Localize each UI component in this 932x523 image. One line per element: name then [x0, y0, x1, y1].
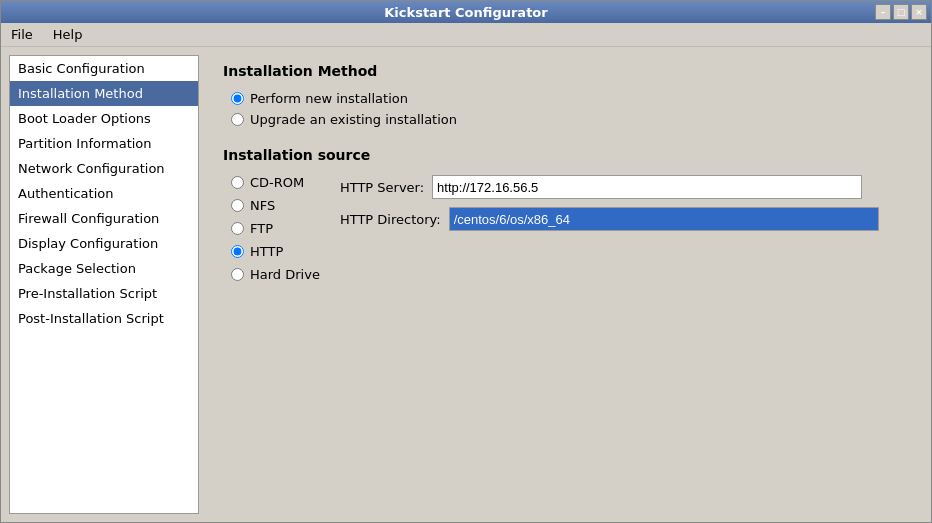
perform-new-label: Perform new installation — [250, 91, 408, 106]
sidebar-item-boot-loader-options[interactable]: Boot Loader Options — [10, 106, 198, 131]
source-radio-column: CD-ROM NFS FTP HTTP — [231, 175, 320, 282]
installation-method-title: Installation Method — [223, 63, 907, 79]
http-option[interactable]: HTTP — [231, 244, 320, 259]
maximize-button[interactable]: □ — [893, 4, 909, 20]
window-controls: – □ × — [875, 4, 927, 20]
content-area: Basic Configuration Installation Method … — [1, 47, 931, 522]
hard-drive-option[interactable]: Hard Drive — [231, 267, 320, 282]
perform-new-radio[interactable] — [231, 92, 244, 105]
upgrade-existing-option[interactable]: Upgrade an existing installation — [231, 112, 907, 127]
sidebar: Basic Configuration Installation Method … — [9, 55, 199, 514]
application-window: Kickstart Configurator – □ × File Help B… — [0, 0, 932, 523]
cdrom-option[interactable]: CD-ROM — [231, 175, 320, 190]
titlebar: Kickstart Configurator – □ × — [1, 1, 931, 23]
http-directory-label: HTTP Directory: — [340, 212, 441, 227]
nfs-option[interactable]: NFS — [231, 198, 320, 213]
http-directory-row: HTTP Directory: — [340, 207, 879, 231]
upgrade-existing-label: Upgrade an existing installation — [250, 112, 457, 127]
close-button[interactable]: × — [911, 4, 927, 20]
cdrom-radio[interactable] — [231, 176, 244, 189]
installation-source-title: Installation source — [223, 147, 907, 163]
sidebar-item-post-installation-script[interactable]: Post-Installation Script — [10, 306, 198, 331]
http-label: HTTP — [250, 244, 283, 259]
ftp-radio[interactable] — [231, 222, 244, 235]
http-server-label: HTTP Server: — [340, 180, 424, 195]
http-server-input[interactable] — [432, 175, 862, 199]
sidebar-item-basic-configuration[interactable]: Basic Configuration — [10, 56, 198, 81]
hard-drive-label: Hard Drive — [250, 267, 320, 282]
source-options: CD-ROM NFS FTP HTTP — [231, 175, 907, 282]
http-directory-input[interactable] — [449, 207, 879, 231]
minimize-button[interactable]: – — [875, 4, 891, 20]
http-radio[interactable] — [231, 245, 244, 258]
menu-help[interactable]: Help — [47, 25, 89, 44]
upgrade-existing-radio[interactable] — [231, 113, 244, 126]
sidebar-item-partition-information[interactable]: Partition Information — [10, 131, 198, 156]
hard-drive-radio[interactable] — [231, 268, 244, 281]
menu-file[interactable]: File — [5, 25, 39, 44]
http-server-row: HTTP Server: — [340, 175, 879, 199]
installation-type-group: Perform new installation Upgrade an exis… — [231, 91, 907, 127]
cdrom-label: CD-ROM — [250, 175, 304, 190]
sidebar-item-firewall-configuration[interactable]: Firewall Configuration — [10, 206, 198, 231]
main-panel: Installation Method Perform new installa… — [207, 55, 923, 514]
menubar: File Help — [1, 23, 931, 47]
nfs-label: NFS — [250, 198, 275, 213]
sidebar-item-installation-method[interactable]: Installation Method — [10, 81, 198, 106]
perform-new-installation-option[interactable]: Perform new installation — [231, 91, 907, 106]
nfs-radio[interactable] — [231, 199, 244, 212]
window-title: Kickstart Configurator — [384, 5, 547, 20]
sidebar-item-pre-installation-script[interactable]: Pre-Installation Script — [10, 281, 198, 306]
ftp-label: FTP — [250, 221, 273, 236]
sidebar-item-display-configuration[interactable]: Display Configuration — [10, 231, 198, 256]
source-fields-column: HTTP Server: HTTP Directory: — [340, 175, 879, 282]
ftp-option[interactable]: FTP — [231, 221, 320, 236]
sidebar-item-package-selection[interactable]: Package Selection — [10, 256, 198, 281]
sidebar-item-network-configuration[interactable]: Network Configuration — [10, 156, 198, 181]
sidebar-item-authentication[interactable]: Authentication — [10, 181, 198, 206]
